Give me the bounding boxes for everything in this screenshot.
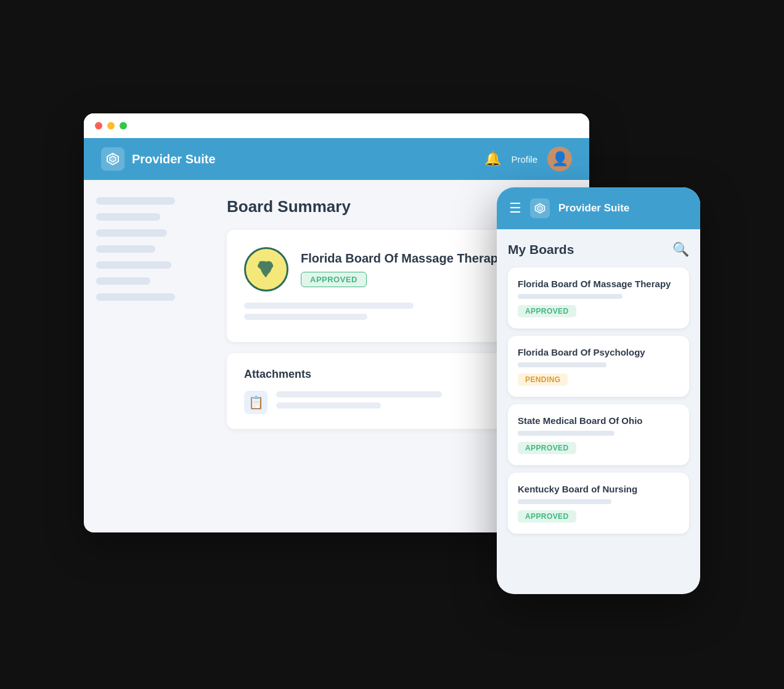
mobile-header-left: ☰ Provider Suite: [509, 198, 629, 218]
desktop-header: Provider Suite 🔔 Profile 👤: [84, 138, 589, 180]
scene: Provider Suite 🔔 Profile 👤 Boa: [84, 113, 700, 576]
mobile-board-card-4[interactable]: Kentucky Board of Nursing APPROVED: [508, 473, 689, 534]
logo-icon: [101, 147, 125, 171]
mobile-section-header: My Boards 🔍: [508, 242, 689, 258]
sidebar-item-1: [96, 197, 175, 205]
bell-icon[interactable]: 🔔: [484, 151, 501, 167]
avatar[interactable]: 👤: [547, 147, 572, 171]
svg-marker-1: [110, 156, 116, 162]
mobile-section-title: My Boards: [508, 242, 574, 257]
search-icon[interactable]: 🔍: [672, 242, 689, 258]
florida-badge: [244, 247, 288, 292]
mobile-logo-icon: [530, 198, 550, 218]
window-titlebar: [84, 113, 589, 138]
mobile-board-name-1: Florida Board Of Massage Therapy: [518, 279, 679, 289]
mobile-board-card-1[interactable]: Florida Board Of Massage Therapy APPROVE…: [508, 267, 689, 328]
mobile-board-name-4: Kentucky Board of Nursing: [518, 484, 679, 494]
sidebar-item-2: [96, 213, 160, 221]
mobile-board-name-2: Florida Board Of Psychology: [518, 347, 679, 357]
header-left: Provider Suite: [101, 147, 216, 171]
sidebar-item-7: [96, 293, 175, 301]
mobile-board-name-3: State Medical Board Of Ohio: [518, 415, 679, 426]
desktop-app-title: Provider Suite: [132, 152, 216, 166]
mobile-status-badge-4: APPROVED: [518, 510, 576, 523]
mobile-content: My Boards 🔍 Florida Board Of Massage The…: [497, 229, 700, 594]
traffic-light-green: [120, 122, 127, 129]
mobile-app-title: Provider Suite: [558, 202, 629, 214]
mobile-header: ☰ Provider Suite: [497, 187, 700, 229]
sidebar-item-6: [96, 277, 150, 285]
attach-file-icon: 📋: [244, 391, 267, 414]
hamburger-icon[interactable]: ☰: [509, 200, 521, 216]
mobile-board-card-3[interactable]: State Medical Board Of Ohio APPROVED: [508, 404, 689, 465]
sidebar-item-4: [96, 245, 155, 253]
desktop-sidebar: [84, 180, 207, 531]
mobile-window: ☰ Provider Suite My Boards 🔍 Florida Boa…: [497, 187, 700, 594]
traffic-light-yellow: [107, 122, 115, 129]
mobile-status-badge-1: APPROVED: [518, 305, 576, 317]
status-badge: APPROVED: [301, 272, 367, 287]
mobile-status-badge-2: PENDING: [518, 373, 568, 386]
header-right: 🔔 Profile 👤: [484, 147, 572, 171]
mobile-status-badge-3: APPROVED: [518, 442, 576, 454]
traffic-light-red: [95, 122, 102, 129]
mobile-board-card-2[interactable]: Florida Board Of Psychology PENDING: [508, 336, 689, 397]
svg-marker-3: [537, 206, 542, 211]
profile-label[interactable]: Profile: [511, 154, 537, 165]
sidebar-item-5: [96, 261, 171, 269]
sidebar-item-3: [96, 229, 167, 237]
